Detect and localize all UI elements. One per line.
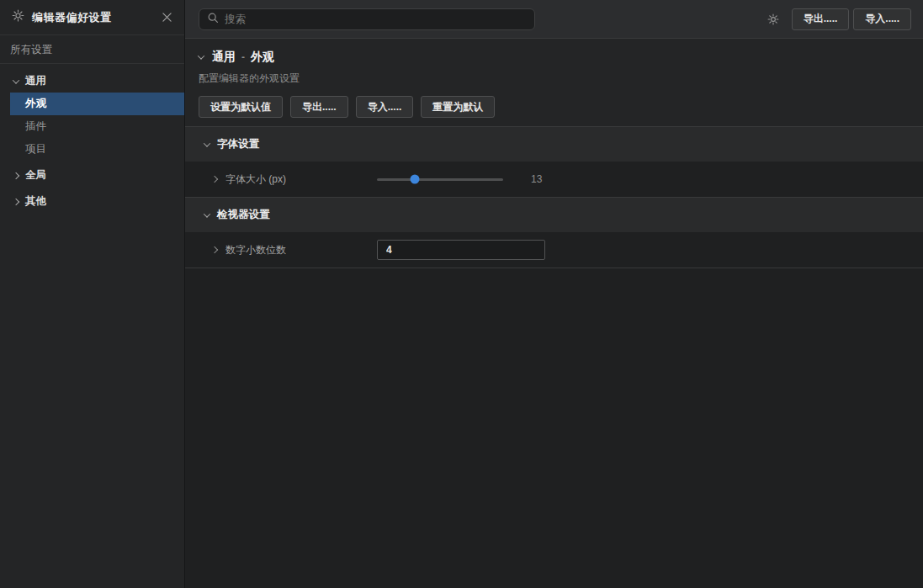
chevron-down-icon[interactable]	[198, 52, 204, 59]
section-header-font[interactable]: 字体设置	[185, 126, 923, 162]
setting-label: 字体大小 (px)	[225, 172, 286, 187]
chevron-right-icon[interactable]	[211, 176, 218, 183]
main-panel: 导出..... 导入..... 通用 - 外观 配置编辑器的外观设置 设置为默认…	[185, 0, 923, 588]
import-button[interactable]: 导入.....	[853, 8, 911, 30]
setting-label-wrap: 数字小数位数	[185, 243, 377, 257]
close-icon[interactable]	[159, 10, 174, 25]
search-icon	[207, 12, 219, 27]
tree-category-general[interactable]: 通用	[0, 70, 184, 93]
top-toolbar: 导出..... 导入.....	[185, 0, 923, 39]
tree-item-label: 外观	[25, 97, 46, 111]
setting-row-decimal-digits: 数字小数位数	[185, 232, 923, 268]
setting-control: 13	[377, 173, 542, 185]
setting-label-wrap: 字体大小 (px)	[185, 172, 377, 187]
chevron-right-icon[interactable]	[211, 246, 218, 253]
tree-item-label: 项目	[25, 142, 46, 156]
page-actions: 设置为默认值 导出..... 导入..... 重置为默认	[199, 96, 910, 118]
slider-thumb[interactable]	[411, 175, 420, 184]
import-settings-button[interactable]: 导入.....	[356, 96, 414, 118]
sidebar-header: 编辑器偏好设置	[0, 0, 184, 35]
tree-category-other[interactable]: 其他	[0, 190, 184, 213]
section-header-inspector[interactable]: 检视器设置	[185, 197, 923, 232]
chevron-right-icon	[13, 198, 19, 204]
chevron-right-icon	[13, 172, 19, 178]
chevron-down-icon	[204, 210, 210, 217]
tree-item-plugins[interactable]: 插件	[0, 115, 184, 138]
setting-row-font-size: 字体大小 (px) 13	[185, 162, 923, 197]
set-default-button[interactable]: 设置为默认值	[199, 96, 283, 118]
setting-control	[377, 240, 545, 260]
page-subtitle: 配置编辑器的外观设置	[199, 72, 910, 86]
sidebar: 编辑器偏好设置 所有设置 通用 外观 插件 项目	[0, 0, 185, 588]
editor-preferences-window: 编辑器偏好设置 所有设置 通用 外观 插件 项目	[0, 0, 923, 588]
settings-content: 通用 - 外观 配置编辑器的外观设置 设置为默认值 导出..... 导入....…	[185, 39, 923, 588]
chevron-down-icon	[204, 140, 210, 146]
breadcrumb-page: 外观	[251, 50, 274, 65]
tree-category-global[interactable]: 全局	[0, 164, 184, 187]
setting-label: 数字小数位数	[225, 243, 286, 257]
search-input[interactable]	[225, 13, 527, 25]
tree-category-label: 其他	[25, 194, 46, 209]
breadcrumb-category: 通用	[212, 50, 236, 65]
tree-category-label: 通用	[25, 74, 46, 88]
search-box[interactable]	[199, 8, 535, 30]
export-button[interactable]: 导出.....	[792, 8, 850, 30]
tree-item-appearance[interactable]: 外观	[10, 93, 184, 115]
tree-item-label: 插件	[25, 119, 46, 134]
breadcrumb-separator: -	[241, 51, 245, 63]
page-head: 通用 - 外观 配置编辑器的外观设置 设置为默认值 导出..... 导入....…	[185, 39, 923, 126]
tree-item-project[interactable]: 项目	[0, 138, 184, 161]
gear-icon	[12, 9, 24, 25]
font-size-slider[interactable]	[377, 178, 503, 181]
window-title: 编辑器偏好设置	[32, 10, 159, 25]
decimal-digits-input[interactable]	[377, 240, 545, 260]
reset-default-button[interactable]: 重置为默认	[421, 96, 495, 118]
settings-tree: 通用 外观 插件 项目 全局 其他	[0, 64, 184, 213]
page-title: 通用 - 外观	[199, 50, 910, 65]
export-settings-button[interactable]: 导出.....	[290, 96, 348, 118]
section-title: 检视器设置	[217, 208, 270, 222]
section-title: 字体设置	[217, 137, 259, 151]
slider-value: 13	[531, 173, 542, 185]
empty-area	[185, 268, 923, 588]
tree-category-label: 全局	[25, 168, 46, 183]
settings-gear-icon[interactable]	[764, 10, 782, 29]
sidebar-item-all-settings[interactable]: 所有设置	[0, 35, 184, 64]
chevron-down-icon	[13, 77, 19, 83]
